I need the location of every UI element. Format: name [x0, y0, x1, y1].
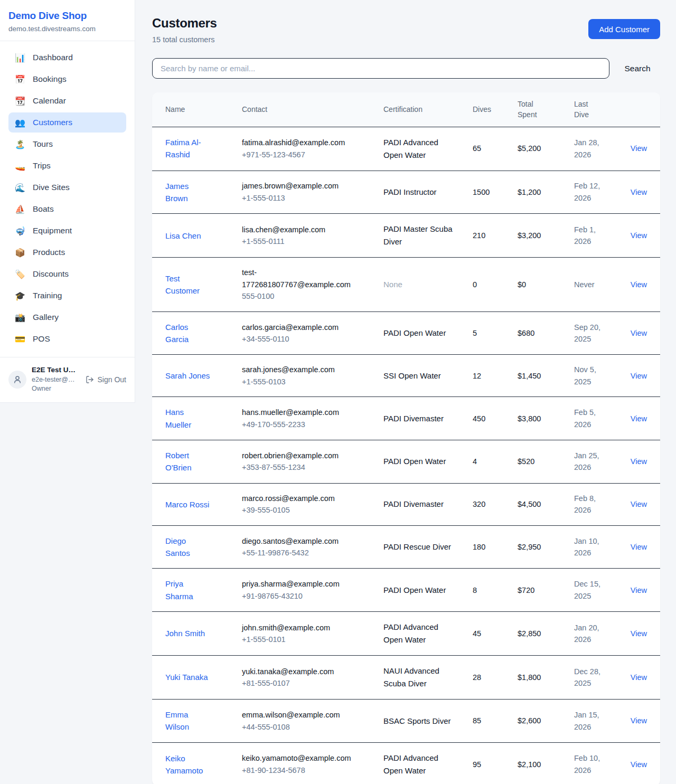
- customer-name-link-fatima-al-rashid[interactable]: Fatima Al-Rashid: [165, 136, 212, 161]
- sidebar-item-dive-sites[interactable]: 🌊 Dive Sites: [8, 177, 126, 197]
- customer-name-link-lisa-chen[interactable]: Lisa Chen: [165, 230, 201, 242]
- table-row-priya-sharma: Priya Sharma priya.sharma@example.com +9…: [152, 569, 660, 612]
- view-link[interactable]: View: [631, 329, 647, 337]
- table-header: Name Contact Certification Dives Total S…: [152, 92, 660, 127]
- view-link[interactable]: View: [631, 543, 647, 551]
- customer-phone: +55-11-99876-5432: [242, 547, 362, 559]
- customer-email: sarah.jones@example.com: [242, 364, 362, 375]
- customer-name-link-test-customer[interactable]: Test Customer: [165, 272, 212, 297]
- customer-email: fatima.alrashid@example.com: [242, 137, 362, 148]
- view-link[interactable]: View: [631, 760, 647, 769]
- sidebar-item-boats[interactable]: ⛵ Boats: [8, 199, 126, 219]
- customer-dives: 12: [473, 355, 518, 397]
- avatar: [8, 371, 26, 389]
- nav-label: Gallery: [33, 313, 59, 322]
- search-button[interactable]: Search: [615, 64, 660, 73]
- customer-dives: 95: [473, 742, 518, 784]
- customer-name-link-john-smith[interactable]: John Smith: [165, 627, 205, 639]
- customer-name-link-emma-wilson[interactable]: Emma Wilson: [165, 709, 212, 733]
- view-link[interactable]: View: [631, 280, 647, 289]
- customer-email: marco.rossi@example.com: [242, 493, 362, 504]
- customer-phone: +1-555-0111: [242, 235, 362, 247]
- customer-email: keiko.yamamoto@example.com: [242, 752, 362, 764]
- sidebar-item-customers[interactable]: 👥 Customers: [8, 112, 126, 133]
- customer-last-dive: Never: [574, 279, 595, 290]
- customer-name-link-sarah-jones[interactable]: Sarah Jones: [165, 370, 210, 382]
- nav-label: Training: [33, 291, 62, 300]
- sidebar-item-dashboard[interactable]: 📊 Dashboard: [8, 48, 126, 68]
- customer-certification: PADI Open Water: [383, 455, 446, 468]
- sidebar-item-bookings[interactable]: 📅 Bookings: [8, 69, 126, 89]
- table-row-robert-o-brien: Robert O'Brien robert.obrien@example.com…: [152, 440, 660, 484]
- view-link[interactable]: View: [631, 457, 647, 466]
- nav-icon-dive-sites: 🌊: [15, 183, 25, 193]
- sidebar-item-equipment[interactable]: 🤿 Equipment: [8, 221, 126, 241]
- sidebar-item-discounts[interactable]: 🏷️ Discounts: [8, 264, 126, 284]
- customer-total-spent: $720: [518, 569, 574, 612]
- view-link[interactable]: View: [631, 414, 647, 423]
- search-input[interactable]: [152, 58, 609, 79]
- sidebar-item-pos[interactable]: 💳 POS: [8, 329, 126, 349]
- customer-total-spent: $2,100: [518, 742, 574, 784]
- sidebar-item-trips[interactable]: 🚤 Trips: [8, 156, 126, 176]
- view-link[interactable]: View: [631, 231, 647, 240]
- view-link[interactable]: View: [631, 673, 647, 682]
- nav-icon-dashboard: 📊: [15, 53, 25, 63]
- table-row-marco-rossi: Marco Rossi marco.rossi@example.com +39-…: [152, 483, 660, 525]
- sidebar-item-training[interactable]: 🎓 Training: [8, 286, 126, 306]
- view-link[interactable]: View: [631, 716, 647, 725]
- customer-last-dive: Jan 15, 2026: [574, 709, 603, 733]
- customer-phone: +39-555-0105: [242, 504, 362, 516]
- table-row-lisa-chen: Lisa Chen lisa.chen@example.com +1-555-0…: [152, 214, 660, 258]
- col-header-dives: Dives: [473, 92, 518, 127]
- shop-name: Demo Dive Shop: [8, 10, 126, 22]
- sign-out-button[interactable]: Sign Out: [86, 375, 126, 384]
- customer-name-link-diego-santos[interactable]: Diego Santos: [165, 535, 212, 560]
- page-title: Customers: [152, 16, 217, 31]
- customer-email: emma.wilson@example.com: [242, 709, 362, 721]
- customer-total-spent: $3,200: [518, 214, 574, 258]
- view-link[interactable]: View: [631, 144, 647, 153]
- customer-total-spent: $2,950: [518, 525, 574, 569]
- customer-name-link-james-brown[interactable]: James Brown: [165, 180, 212, 205]
- sidebar-item-products[interactable]: 📦 Products: [8, 242, 126, 262]
- customer-dives: 5: [473, 311, 518, 355]
- add-customer-button[interactable]: Add Customer: [588, 19, 660, 39]
- customer-certification: PADI Divemaster: [383, 498, 444, 511]
- customer-dives: 85: [473, 700, 518, 743]
- sidebar-item-calendar[interactable]: 📆 Calendar: [8, 91, 126, 111]
- table-row-fatima-al-rashid: Fatima Al-Rashid fatima.alrashid@example…: [152, 127, 660, 171]
- customer-name-link-carlos-garcia[interactable]: Carlos Garcia: [165, 321, 212, 346]
- view-link[interactable]: View: [631, 629, 647, 638]
- customer-certification: PADI Instructor: [383, 186, 437, 199]
- customers-table-card: Name Contact Certification Dives Total S…: [152, 92, 660, 784]
- nav-label: Customers: [33, 118, 72, 127]
- customer-email: priya.sharma@example.com: [242, 578, 362, 590]
- customer-name-link-yuki-tanaka[interactable]: Yuki Tanaka: [165, 671, 208, 683]
- customer-last-dive: Feb 1, 2026: [574, 224, 603, 248]
- customer-last-dive: Feb 8, 2026: [574, 493, 603, 516]
- sidebar-item-tours[interactable]: 🏝️ Tours: [8, 134, 126, 154]
- customer-name-link-hans-mueller[interactable]: Hans Mueller: [165, 406, 212, 431]
- customer-name-link-robert-o-brien[interactable]: Robert O'Brien: [165, 449, 212, 474]
- customer-name-link-keiko-yamamoto[interactable]: Keiko Yamamoto: [165, 752, 212, 777]
- customer-phone: +81-90-1234-5678: [242, 764, 362, 776]
- sign-out-label: Sign Out: [98, 375, 126, 384]
- nav-label: Boats: [33, 204, 54, 214]
- customer-total-spent: $1,200: [518, 171, 574, 214]
- sidebar-item-gallery[interactable]: 📸 Gallery: [8, 307, 126, 327]
- nav-icon-products: 📦: [15, 248, 25, 258]
- view-link[interactable]: View: [631, 500, 647, 508]
- customer-name-link-priya-sharma[interactable]: Priya Sharma: [165, 578, 212, 602]
- customer-name-link-marco-rossi[interactable]: Marco Rossi: [165, 498, 209, 511]
- customer-last-dive: Dec 15, 2025: [574, 578, 603, 602]
- view-link[interactable]: View: [631, 188, 647, 196]
- customer-last-dive: Sep 20, 2025: [574, 322, 603, 345]
- nav-icon-training: 🎓: [15, 291, 25, 301]
- table-body: Fatima Al-Rashid fatima.alrashid@example…: [152, 127, 660, 784]
- view-link[interactable]: View: [631, 586, 647, 594]
- customer-last-dive: Jan 25, 2026: [574, 450, 603, 474]
- customer-certification: PADI Open Water: [383, 584, 446, 597]
- view-link[interactable]: View: [631, 372, 647, 380]
- col-header-last-dive: Last Dive: [574, 92, 629, 127]
